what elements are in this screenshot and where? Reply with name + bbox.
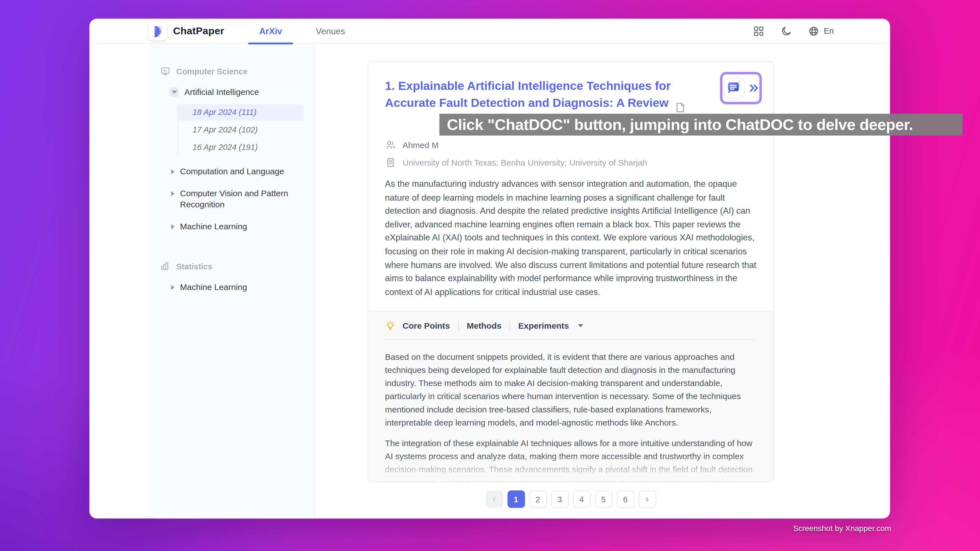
page-button[interactable]: 1 xyxy=(507,490,525,508)
watermark: Screenshot by Xnapper.com xyxy=(793,524,891,533)
tab-separator xyxy=(458,321,458,330)
date-list: 18 Apr 2024 (111) 17 Apr 2024 (102) 16 A… xyxy=(178,104,314,156)
chatdoc-button[interactable] xyxy=(720,72,762,104)
summary-paragraph: Based on the document snippets provided,… xyxy=(385,351,757,429)
chevron-right-icon xyxy=(644,497,650,502)
authors-row: Ahmed M xyxy=(385,140,756,151)
screenshot-canvas: ChatPaper ArXiv Venues xyxy=(0,0,980,551)
chevron-down-icon[interactable] xyxy=(169,87,179,97)
sidebar-date-16-apr[interactable]: 16 Apr 2024 (191) xyxy=(179,140,304,156)
tab-methods[interactable]: Methods xyxy=(467,321,501,330)
paper-card-top: 1. Explainable Artificial Intelligence T… xyxy=(368,62,773,311)
chatpaper-logo-icon xyxy=(148,21,167,40)
app-window: ChatPaper ArXiv Venues xyxy=(89,19,890,518)
date-list-wrap: 18 Apr 2024 (111) 17 Apr 2024 (102) 16 A… xyxy=(148,104,314,156)
section-computer-science: Computer Science xyxy=(148,66,314,76)
primary-nav: ArXiv Venues xyxy=(248,18,356,43)
stats-tree: Machine Learning xyxy=(148,282,314,293)
brand-name: ChatPaper xyxy=(173,25,224,37)
language-label: En xyxy=(824,26,834,36)
sidebar-item-stats-machine-learning[interactable]: Machine Learning xyxy=(148,282,314,293)
analysis-tab-bar: Core Points Methods Experiments xyxy=(385,312,756,340)
sidebar-item-machine-learning[interactable]: Machine Learning xyxy=(148,221,314,232)
tab-experiments[interactable]: Experiments xyxy=(519,321,569,330)
brand[interactable]: ChatPaper xyxy=(148,21,224,40)
tab-core-points[interactable]: Core Points xyxy=(402,321,450,330)
bar-chart-icon xyxy=(160,261,171,271)
globe-icon xyxy=(808,25,819,37)
sidebar-item-computer-vision[interactable]: Computer Vision and Pattern Recognition xyxy=(148,188,314,211)
chevron-right-icon[interactable] xyxy=(171,169,174,174)
lightbulb-icon xyxy=(385,320,396,331)
sidebar-item-computation-and-language[interactable]: Computation and Language xyxy=(148,166,314,177)
chevron-right-icon[interactable] xyxy=(171,191,174,196)
page-button[interactable]: 4 xyxy=(573,490,590,508)
summary-section: Based on the document snippets provided,… xyxy=(385,340,757,482)
pagination: 1 2 3 4 5 6 xyxy=(368,490,774,508)
chevron-right-icon[interactable] xyxy=(171,224,174,229)
paper-card-lower: Core Points Methods Experiments Based on… xyxy=(368,311,773,482)
section-title: Computer Science xyxy=(176,67,248,76)
double-chevron-right-icon xyxy=(748,83,758,93)
next-page-button[interactable] xyxy=(638,490,656,508)
prev-page-button[interactable] xyxy=(485,490,503,508)
app-header: ChatPaper ArXiv Venues xyxy=(89,19,890,44)
cs-tree: Artificial Intelligence 18 Apr 2024 (111… xyxy=(148,87,314,232)
dark-mode-moon-icon[interactable] xyxy=(781,25,792,37)
category-sidebar: Computer Science Artificial Intelligence… xyxy=(148,44,314,518)
monitor-icon xyxy=(160,66,171,76)
affiliation-text: University of North Texas; Benha Univers… xyxy=(402,158,647,167)
language-switcher[interactable]: En xyxy=(808,25,834,37)
chatdoc-icon xyxy=(723,77,745,98)
institution-icon xyxy=(385,157,396,168)
tab-venues[interactable]: Venues xyxy=(305,18,356,43)
affiliation-row: University of North Texas; Benha Univers… xyxy=(385,157,756,168)
authors-icon xyxy=(385,140,396,151)
tab-separator xyxy=(509,321,510,330)
page-button[interactable]: 6 xyxy=(617,490,634,508)
page-button[interactable]: 3 xyxy=(551,490,568,508)
sidebar-date-17-apr[interactable]: 17 Apr 2024 (102) xyxy=(179,122,304,138)
chevron-right-icon[interactable] xyxy=(171,285,174,290)
section-title: Statistics xyxy=(176,261,212,271)
page-button[interactable]: 5 xyxy=(595,490,612,508)
tabs-dropdown-caret-icon[interactable] xyxy=(578,324,583,327)
annotation-tooltip: Click "ChatDOC" button, jumping into Cha… xyxy=(439,114,963,136)
chevron-left-icon xyxy=(491,497,497,502)
summary-paragraph: The integration of these explainable AI … xyxy=(385,437,757,482)
paper-abstract: As the manufacturing industry advances w… xyxy=(385,178,757,299)
pdf-file-icon xyxy=(674,101,686,114)
sidebar-date-18-apr[interactable]: 18 Apr 2024 (111) xyxy=(179,104,304,121)
authors-text: Ahmed M xyxy=(402,140,439,150)
section-statistics: Statistics xyxy=(148,261,314,271)
header-actions: En xyxy=(753,25,834,37)
tab-arxiv[interactable]: ArXiv xyxy=(248,18,293,43)
apps-grid-icon[interactable] xyxy=(753,25,764,37)
page-button[interactable]: 2 xyxy=(529,490,547,508)
sidebar-item-artificial-intelligence[interactable]: Artificial Intelligence xyxy=(148,87,314,98)
